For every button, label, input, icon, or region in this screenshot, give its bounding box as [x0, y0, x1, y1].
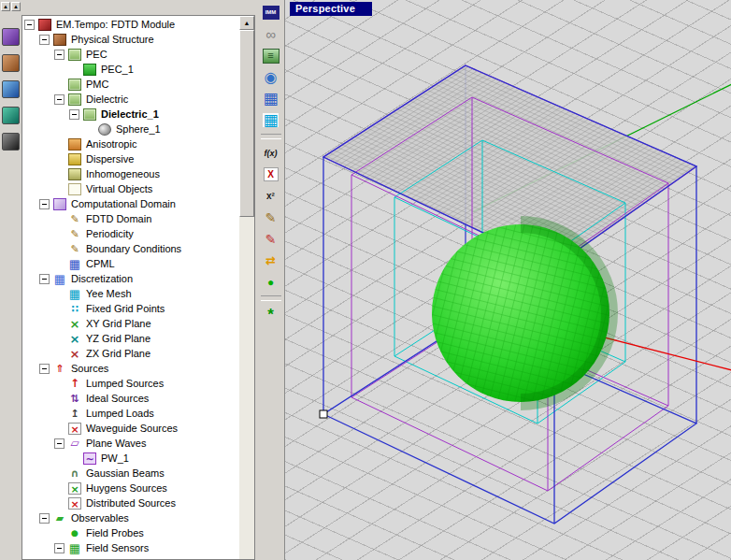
tree-item[interactable]: CPML: [22, 256, 239, 271]
tree-item[interactable]: Lumped Sources: [22, 376, 239, 391]
toolbar-button[interactable]: ∞: [261, 24, 281, 44]
toolbar-button[interactable]: ●: [261, 272, 281, 292]
tree-item-label[interactable]: Anisotropic: [84, 138, 138, 150]
tree-item[interactable]: Dielectric_1: [22, 107, 239, 122]
toolbar-button[interactable]: ⇄: [261, 251, 281, 270]
tree-expander-icon[interactable]: [39, 513, 50, 524]
tree-item-label[interactable]: Discretization: [69, 273, 135, 284]
tree-item-label[interactable]: PMC: [84, 79, 110, 90]
tree-item-label[interactable]: Dispersive: [84, 153, 136, 165]
tree-item-label[interactable]: ZX Grid Plane: [84, 348, 152, 359]
tree-item[interactable]: PMC: [22, 77, 239, 92]
tree-item[interactable]: Dispersive: [22, 151, 239, 166]
scroll-button[interactable]: ▲: [1, 2, 10, 11]
toolbar-button[interactable]: [261, 295, 281, 301]
tree-item[interactable]: PEC_1: [22, 62, 239, 77]
tree-item-label[interactable]: Virtual Objects: [84, 183, 154, 194]
tree-item[interactable]: FDTD Domain: [22, 211, 239, 226]
toolbar-button[interactable]: ▦: [261, 89, 281, 108]
tree-item[interactable]: Dielectric: [22, 92, 239, 107]
toolbar-button[interactable]: IMM: [261, 3, 281, 22]
toolbar-button[interactable]: ▦: [261, 110, 281, 130]
tree-item[interactable]: Waveguide Sources: [22, 421, 239, 436]
tree-item[interactable]: Inhomogeneous: [22, 166, 239, 181]
tree-item-label[interactable]: CPML: [84, 258, 117, 269]
selection-handle[interactable]: [320, 410, 327, 418]
toolbar-button[interactable]: ✎: [261, 208, 281, 227]
module-icon[interactable]: [2, 54, 20, 72]
dielectric-sphere[interactable]: [432, 224, 609, 402]
tree-item[interactable]: Anisotropic: [22, 136, 239, 151]
tree-item[interactable]: Huygens Sources: [22, 481, 239, 495]
tree-item-label[interactable]: Boundary Conditions: [84, 243, 183, 254]
tree-expander-icon[interactable]: [54, 438, 64, 449]
tree-item-label[interactable]: XY Grid Plane: [84, 318, 153, 329]
tree-item-label[interactable]: Physical Structure: [69, 34, 156, 45]
tree-item[interactable]: Field Probes: [22, 525, 239, 540]
tree-item[interactable]: PEC: [22, 47, 239, 62]
tree-item-label[interactable]: Dielectric: [84, 93, 130, 105]
tree-item[interactable]: Observables: [22, 510, 239, 525]
toolbar-button[interactable]: f(x): [261, 143, 281, 163]
tree-item-label[interactable]: Sphere_1: [114, 123, 163, 135]
tree-item-label[interactable]: Yee Mesh: [84, 288, 134, 299]
tree-item-label[interactable]: Computational Domain: [69, 198, 178, 209]
tree-item-label[interactable]: Lumped Sources: [84, 378, 165, 389]
tree-item-label[interactable]: Distributed Sources: [84, 497, 178, 509]
tree-item-label[interactable]: Field Sensors: [84, 542, 150, 553]
tree-item-label[interactable]: Dielectric_1: [99, 108, 161, 120]
toolbar-button[interactable]: x²: [261, 186, 281, 206]
tree-scrollbar[interactable]: ▲: [239, 16, 254, 559]
module-icon[interactable]: [2, 28, 20, 46]
module-icon[interactable]: [2, 80, 20, 98]
tree-item-label[interactable]: Observables: [69, 512, 131, 524]
toolbar-button[interactable]: X: [261, 165, 281, 184]
tree-expander-icon[interactable]: [39, 35, 50, 45]
scrollbar-up-button[interactable]: ▲: [239, 16, 254, 30]
tree-item[interactable]: Physical Structure: [22, 32, 239, 47]
tree-item[interactable]: Periodicity: [22, 226, 239, 241]
tree-item[interactable]: Fixed Grid Points: [22, 301, 239, 316]
toolbar-button[interactable]: ✎: [261, 229, 281, 249]
tree-expander-icon[interactable]: [39, 274, 50, 284]
toolbar-button[interactable]: ≡: [261, 46, 281, 65]
tree-item-label[interactable]: PW_1: [99, 452, 131, 464]
toolbar-button[interactable]: *: [261, 305, 281, 324]
tree-item[interactable]: EM.Tempo: FDTD Module: [22, 17, 239, 32]
tree-item[interactable]: YZ Grid Plane: [22, 331, 239, 346]
tree-item[interactable]: Yee Mesh: [22, 286, 239, 301]
module-icon[interactable]: [2, 107, 20, 124]
tree-item[interactable]: Computational Domain: [22, 196, 239, 211]
tree-item[interactable]: Field Sensors: [22, 540, 239, 555]
tree-item[interactable]: Ideal Sources: [22, 391, 239, 406]
toolbar-button[interactable]: [261, 134, 281, 139]
tree-item-label[interactable]: Field Probes: [84, 527, 146, 538]
tree-item-label[interactable]: Lumped Loads: [84, 408, 156, 419]
tree-item-label[interactable]: Sources: [69, 363, 110, 374]
tree-item-label[interactable]: Sensor_1: [99, 557, 147, 559]
tree-item[interactable]: Plane Waves: [22, 436, 239, 451]
tree-item-label[interactable]: Ideal Sources: [84, 393, 150, 404]
tree-item-label[interactable]: YZ Grid Plane: [84, 333, 152, 344]
viewport-3d-scene[interactable]: [285, 0, 731, 560]
tree-expander-icon[interactable]: [54, 50, 64, 60]
tree-item[interactable]: Sensor_1: [22, 555, 239, 559]
tree-expander-icon[interactable]: [54, 543, 64, 553]
toolbar-button[interactable]: ◉: [261, 67, 281, 87]
tree-item-label[interactable]: Periodicity: [84, 228, 136, 239]
tree-item-label[interactable]: Fixed Grid Points: [84, 303, 166, 314]
perspective-viewport[interactable]: Perspective: [284, 0, 731, 560]
tree-item-label[interactable]: Waveguide Sources: [84, 423, 179, 434]
module-icon[interactable]: [2, 133, 20, 151]
scroll-button[interactable]: ▲: [11, 2, 21, 11]
tree-expander-icon[interactable]: [54, 94, 64, 105]
tree-item[interactable]: PW_1: [22, 451, 239, 466]
tree-expander-icon[interactable]: [39, 199, 50, 209]
tree-item-label[interactable]: Plane Waves: [84, 438, 148, 449]
tree-item-label[interactable]: FDTD Domain: [84, 213, 153, 224]
tree-expander-icon[interactable]: [69, 109, 79, 120]
tree-item-label[interactable]: Inhomogeneous: [84, 168, 162, 179]
tree-item[interactable]: ZX Grid Plane: [22, 346, 239, 361]
tree-item-label[interactable]: EM.Tempo: FDTD Module: [54, 19, 177, 30]
scrollbar-thumb[interactable]: [239, 30, 254, 217]
